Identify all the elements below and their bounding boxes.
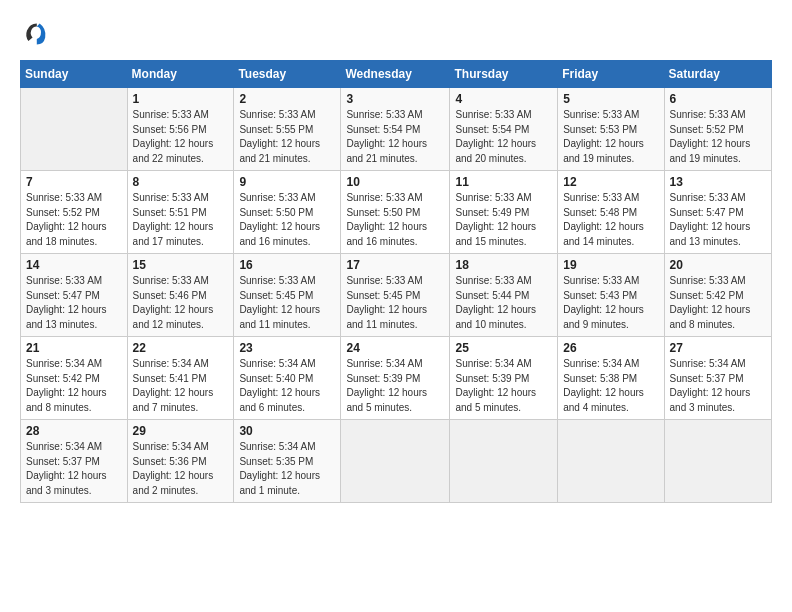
calendar-week-0: 1Sunrise: 5:33 AM Sunset: 5:56 PM Daylig…: [21, 88, 772, 171]
day-number: 12: [563, 175, 658, 189]
day-number: 18: [455, 258, 552, 272]
day-number: 15: [133, 258, 229, 272]
day-number: 4: [455, 92, 552, 106]
calendar-cell: 5Sunrise: 5:33 AM Sunset: 5:53 PM Daylig…: [558, 88, 664, 171]
day-number: 7: [26, 175, 122, 189]
day-info: Sunrise: 5:33 AM Sunset: 5:54 PM Dayligh…: [455, 108, 552, 166]
day-number: 2: [239, 92, 335, 106]
calendar-cell: 3Sunrise: 5:33 AM Sunset: 5:54 PM Daylig…: [341, 88, 450, 171]
calendar-cell: 2Sunrise: 5:33 AM Sunset: 5:55 PM Daylig…: [234, 88, 341, 171]
calendar-cell: 25Sunrise: 5:34 AM Sunset: 5:39 PM Dayli…: [450, 337, 558, 420]
calendar-header: SundayMondayTuesdayWednesdayThursdayFrid…: [21, 61, 772, 88]
day-info: Sunrise: 5:34 AM Sunset: 5:41 PM Dayligh…: [133, 357, 229, 415]
calendar-cell: 7Sunrise: 5:33 AM Sunset: 5:52 PM Daylig…: [21, 171, 128, 254]
weekday-row: SundayMondayTuesdayWednesdayThursdayFrid…: [21, 61, 772, 88]
day-number: 26: [563, 341, 658, 355]
calendar-cell: 28Sunrise: 5:34 AM Sunset: 5:37 PM Dayli…: [21, 420, 128, 503]
header: [20, 18, 772, 46]
day-info: Sunrise: 5:34 AM Sunset: 5:38 PM Dayligh…: [563, 357, 658, 415]
weekday-header-friday: Friday: [558, 61, 664, 88]
weekday-header-tuesday: Tuesday: [234, 61, 341, 88]
calendar-cell: 26Sunrise: 5:34 AM Sunset: 5:38 PM Dayli…: [558, 337, 664, 420]
day-info: Sunrise: 5:34 AM Sunset: 5:35 PM Dayligh…: [239, 440, 335, 498]
day-info: Sunrise: 5:33 AM Sunset: 5:48 PM Dayligh…: [563, 191, 658, 249]
weekday-header-monday: Monday: [127, 61, 234, 88]
day-info: Sunrise: 5:33 AM Sunset: 5:43 PM Dayligh…: [563, 274, 658, 332]
day-number: 11: [455, 175, 552, 189]
calendar-cell: 9Sunrise: 5:33 AM Sunset: 5:50 PM Daylig…: [234, 171, 341, 254]
weekday-header-sunday: Sunday: [21, 61, 128, 88]
day-info: Sunrise: 5:33 AM Sunset: 5:47 PM Dayligh…: [26, 274, 122, 332]
day-info: Sunrise: 5:33 AM Sunset: 5:54 PM Dayligh…: [346, 108, 444, 166]
calendar-cell: 16Sunrise: 5:33 AM Sunset: 5:45 PM Dayli…: [234, 254, 341, 337]
day-info: Sunrise: 5:33 AM Sunset: 5:51 PM Dayligh…: [133, 191, 229, 249]
day-number: 14: [26, 258, 122, 272]
calendar-cell: 6Sunrise: 5:33 AM Sunset: 5:52 PM Daylig…: [664, 88, 771, 171]
calendar-cell: 23Sunrise: 5:34 AM Sunset: 5:40 PM Dayli…: [234, 337, 341, 420]
calendar-cell: 13Sunrise: 5:33 AM Sunset: 5:47 PM Dayli…: [664, 171, 771, 254]
calendar-cell: 8Sunrise: 5:33 AM Sunset: 5:51 PM Daylig…: [127, 171, 234, 254]
day-number: 13: [670, 175, 766, 189]
day-number: 20: [670, 258, 766, 272]
calendar-cell: [664, 420, 771, 503]
calendar-cell: 14Sunrise: 5:33 AM Sunset: 5:47 PM Dayli…: [21, 254, 128, 337]
weekday-header-thursday: Thursday: [450, 61, 558, 88]
calendar-cell: 22Sunrise: 5:34 AM Sunset: 5:41 PM Dayli…: [127, 337, 234, 420]
day-info: Sunrise: 5:34 AM Sunset: 5:36 PM Dayligh…: [133, 440, 229, 498]
calendar-cell: 19Sunrise: 5:33 AM Sunset: 5:43 PM Dayli…: [558, 254, 664, 337]
day-number: 24: [346, 341, 444, 355]
calendar-cell: [341, 420, 450, 503]
day-number: 21: [26, 341, 122, 355]
day-info: Sunrise: 5:34 AM Sunset: 5:40 PM Dayligh…: [239, 357, 335, 415]
calendar-cell: 15Sunrise: 5:33 AM Sunset: 5:46 PM Dayli…: [127, 254, 234, 337]
day-info: Sunrise: 5:34 AM Sunset: 5:42 PM Dayligh…: [26, 357, 122, 415]
page: SundayMondayTuesdayWednesdayThursdayFrid…: [0, 0, 792, 612]
calendar-cell: 18Sunrise: 5:33 AM Sunset: 5:44 PM Dayli…: [450, 254, 558, 337]
logo-icon: [20, 18, 48, 46]
day-info: Sunrise: 5:34 AM Sunset: 5:39 PM Dayligh…: [346, 357, 444, 415]
calendar-week-3: 21Sunrise: 5:34 AM Sunset: 5:42 PM Dayli…: [21, 337, 772, 420]
day-number: 1: [133, 92, 229, 106]
calendar-cell: 21Sunrise: 5:34 AM Sunset: 5:42 PM Dayli…: [21, 337, 128, 420]
calendar-cell: 20Sunrise: 5:33 AM Sunset: 5:42 PM Dayli…: [664, 254, 771, 337]
calendar-table: SundayMondayTuesdayWednesdayThursdayFrid…: [20, 60, 772, 503]
calendar-week-4: 28Sunrise: 5:34 AM Sunset: 5:37 PM Dayli…: [21, 420, 772, 503]
calendar-body: 1Sunrise: 5:33 AM Sunset: 5:56 PM Daylig…: [21, 88, 772, 503]
day-number: 10: [346, 175, 444, 189]
day-number: 9: [239, 175, 335, 189]
day-info: Sunrise: 5:33 AM Sunset: 5:44 PM Dayligh…: [455, 274, 552, 332]
day-number: 22: [133, 341, 229, 355]
day-info: Sunrise: 5:34 AM Sunset: 5:37 PM Dayligh…: [670, 357, 766, 415]
calendar-cell: 11Sunrise: 5:33 AM Sunset: 5:49 PM Dayli…: [450, 171, 558, 254]
day-number: 3: [346, 92, 444, 106]
day-number: 16: [239, 258, 335, 272]
calendar-cell: 1Sunrise: 5:33 AM Sunset: 5:56 PM Daylig…: [127, 88, 234, 171]
day-number: 27: [670, 341, 766, 355]
calendar-cell: [450, 420, 558, 503]
day-number: 25: [455, 341, 552, 355]
day-number: 17: [346, 258, 444, 272]
calendar-cell: 12Sunrise: 5:33 AM Sunset: 5:48 PM Dayli…: [558, 171, 664, 254]
day-number: 29: [133, 424, 229, 438]
day-info: Sunrise: 5:33 AM Sunset: 5:47 PM Dayligh…: [670, 191, 766, 249]
day-info: Sunrise: 5:33 AM Sunset: 5:45 PM Dayligh…: [346, 274, 444, 332]
day-info: Sunrise: 5:33 AM Sunset: 5:45 PM Dayligh…: [239, 274, 335, 332]
day-info: Sunrise: 5:33 AM Sunset: 5:50 PM Dayligh…: [346, 191, 444, 249]
calendar-cell: 4Sunrise: 5:33 AM Sunset: 5:54 PM Daylig…: [450, 88, 558, 171]
day-number: 8: [133, 175, 229, 189]
calendar-cell: [21, 88, 128, 171]
day-number: 6: [670, 92, 766, 106]
day-info: Sunrise: 5:33 AM Sunset: 5:53 PM Dayligh…: [563, 108, 658, 166]
calendar-week-2: 14Sunrise: 5:33 AM Sunset: 5:47 PM Dayli…: [21, 254, 772, 337]
day-info: Sunrise: 5:34 AM Sunset: 5:37 PM Dayligh…: [26, 440, 122, 498]
day-info: Sunrise: 5:33 AM Sunset: 5:50 PM Dayligh…: [239, 191, 335, 249]
day-number: 5: [563, 92, 658, 106]
day-number: 30: [239, 424, 335, 438]
day-info: Sunrise: 5:34 AM Sunset: 5:39 PM Dayligh…: [455, 357, 552, 415]
calendar-cell: 10Sunrise: 5:33 AM Sunset: 5:50 PM Dayli…: [341, 171, 450, 254]
day-number: 28: [26, 424, 122, 438]
calendar-week-1: 7Sunrise: 5:33 AM Sunset: 5:52 PM Daylig…: [21, 171, 772, 254]
logo: [20, 18, 52, 46]
day-info: Sunrise: 5:33 AM Sunset: 5:49 PM Dayligh…: [455, 191, 552, 249]
day-info: Sunrise: 5:33 AM Sunset: 5:55 PM Dayligh…: [239, 108, 335, 166]
